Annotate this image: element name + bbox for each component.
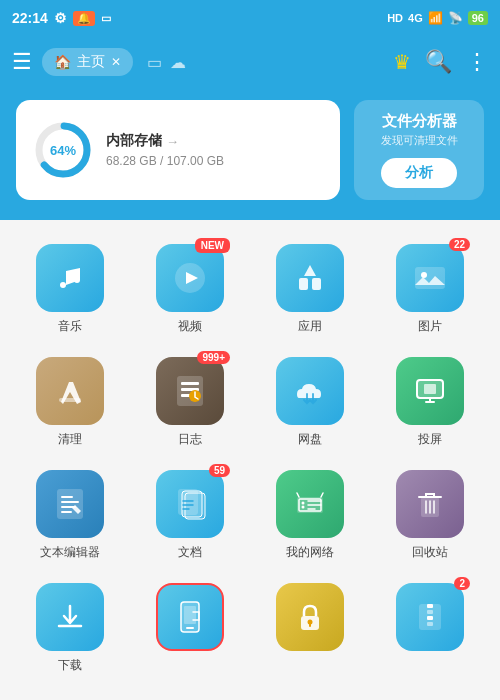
svg-rect-17: [424, 384, 436, 394]
main-grid: 音乐 NEW 视频 应用 22 图片: [0, 220, 500, 700]
grid-item-photo[interactable]: 22 图片: [370, 234, 490, 343]
trash-label: 回收站: [412, 544, 448, 561]
grid-item-cloud[interactable]: 网盘: [250, 347, 370, 456]
svg-rect-21: [185, 493, 205, 519]
window-icon[interactable]: ▭: [147, 53, 162, 72]
grid-item-lock[interactable]: [250, 573, 370, 682]
doc-icon-box: 59: [156, 470, 224, 538]
grid-item-phone[interactable]: [130, 573, 250, 682]
vip-crown-icon[interactable]: ♛: [393, 50, 411, 74]
svg-point-2: [60, 282, 66, 288]
nav-actions: ♛ 🔍 ⋮: [393, 49, 488, 75]
doc-badge: 59: [209, 464, 230, 477]
grid-item-video[interactable]: NEW 视频: [130, 234, 250, 343]
app-label: 应用: [298, 318, 322, 335]
grid-item-doc[interactable]: 59 文档: [130, 460, 250, 569]
status-time-area: 22:14 ⚙ 🔔 ▭: [12, 10, 111, 26]
overflow-menu-button[interactable]: ⋮: [466, 49, 488, 75]
wifi-icon: 📡: [448, 11, 463, 25]
cast-label: 投屏: [418, 431, 442, 448]
tab-close-icon[interactable]: ✕: [111, 55, 121, 69]
file-analyzer-card: 文件分析器 发现可清理文件 分析: [354, 100, 484, 200]
trash-icon-box: [396, 470, 464, 538]
photo-icon-box: 22: [396, 244, 464, 312]
grid-row-1: 音乐 NEW 视频 应用 22 图片: [10, 234, 490, 343]
grid-item-network[interactable]: 我的网络: [250, 460, 370, 569]
notification-icon: 🔔: [73, 11, 95, 26]
storage-percent-label: 64%: [50, 143, 76, 158]
grid-row-2: 清理 999+ 日志 网盘 投屏: [10, 347, 490, 456]
clean-label: 清理: [58, 431, 82, 448]
video-label: 视频: [178, 318, 202, 335]
doc-label: 文档: [178, 544, 202, 561]
analyzer-subtitle: 发现可清理文件: [381, 133, 458, 148]
hd-icon: HD: [387, 12, 403, 24]
search-button[interactable]: 🔍: [425, 49, 452, 75]
svg-rect-33: [427, 610, 433, 614]
extra-icon: ▭: [101, 12, 111, 25]
clean-icon-box: [36, 357, 104, 425]
grid-row-4: 下载 2: [10, 573, 490, 682]
signal-icon: 📶: [428, 11, 443, 25]
grid-row-3: 文本编辑器 59 文档 我的网络 回收站: [10, 460, 490, 569]
music-label: 音乐: [58, 318, 82, 335]
svg-rect-6: [299, 278, 308, 290]
home-icon: 🏠: [54, 54, 71, 70]
cast-icon-box: [396, 357, 464, 425]
svg-rect-35: [427, 622, 433, 626]
battery-level: 96: [468, 11, 488, 25]
storage-info: 内部存储 → 68.28 GB / 107.00 GB: [106, 132, 324, 168]
status-time: 22:14: [12, 10, 48, 26]
grid-item-download[interactable]: 下载: [10, 573, 130, 682]
storage-size-text: 68.28 GB / 107.00 GB: [106, 154, 324, 168]
analyze-button[interactable]: 分析: [381, 158, 457, 188]
svg-rect-7: [312, 278, 321, 290]
download-icon-box: [36, 583, 104, 651]
grid-item-zip[interactable]: 2: [370, 573, 490, 682]
svg-rect-34: [427, 616, 433, 620]
grid-item-music[interactable]: 音乐: [10, 234, 130, 343]
text-editor-icon-box: [36, 470, 104, 538]
cloud-label: 网盘: [298, 431, 322, 448]
settings-icon: ⚙: [54, 10, 67, 26]
log-icon-box: 999+: [156, 357, 224, 425]
grid-item-cast[interactable]: 投屏: [370, 347, 490, 456]
analyzer-title: 文件分析器: [382, 112, 457, 131]
svg-point-3: [74, 277, 80, 283]
network-icon-box: [276, 470, 344, 538]
grid-item-clean[interactable]: 清理: [10, 347, 130, 456]
svg-rect-32: [427, 604, 433, 608]
svg-rect-10: [59, 398, 81, 402]
network-label: 我的网络: [286, 544, 334, 561]
app-icon-box: [276, 244, 344, 312]
grid-item-trash[interactable]: 回收站: [370, 460, 490, 569]
storage-card[interactable]: 64% 内部存储 → 68.28 GB / 107.00 GB: [16, 100, 340, 200]
network-4g-icon: 4G: [408, 12, 423, 24]
grid-item-text-editor[interactable]: 文本编辑器: [10, 460, 130, 569]
grid-item-app[interactable]: 应用: [250, 234, 370, 343]
svg-rect-28: [184, 606, 196, 624]
text-editor-label: 文本编辑器: [40, 544, 100, 561]
log-label: 日志: [178, 431, 202, 448]
grid-item-log[interactable]: 999+ 日志: [130, 347, 250, 456]
log-badge: 999+: [197, 351, 230, 364]
status-bar: 22:14 ⚙ 🔔 ▭ HD 4G 📶 📡 96: [0, 0, 500, 36]
zip-badge: 2: [454, 577, 470, 590]
cloud-nav-icon[interactable]: ☁: [170, 53, 186, 72]
menu-button[interactable]: ☰: [12, 49, 32, 75]
photo-badge: 22: [449, 238, 470, 251]
svg-rect-8: [415, 267, 445, 289]
zip-icon-box: 2: [396, 583, 464, 651]
video-new-badge: NEW: [195, 238, 230, 253]
download-label: 下载: [58, 657, 82, 674]
storage-arrow-icon: →: [166, 134, 179, 149]
phone-icon-box: [156, 583, 224, 651]
storage-donut-chart: 64%: [32, 119, 94, 181]
svg-point-24: [302, 502, 305, 505]
nav-extra-icons: ▭ ☁: [147, 53, 186, 72]
video-icon-box: NEW: [156, 244, 224, 312]
svg-rect-12: [181, 382, 199, 385]
lock-icon-box: [276, 583, 344, 651]
nav-tab-home[interactable]: 🏠 主页 ✕: [42, 48, 133, 76]
storage-title-text: 内部存储: [106, 132, 162, 150]
